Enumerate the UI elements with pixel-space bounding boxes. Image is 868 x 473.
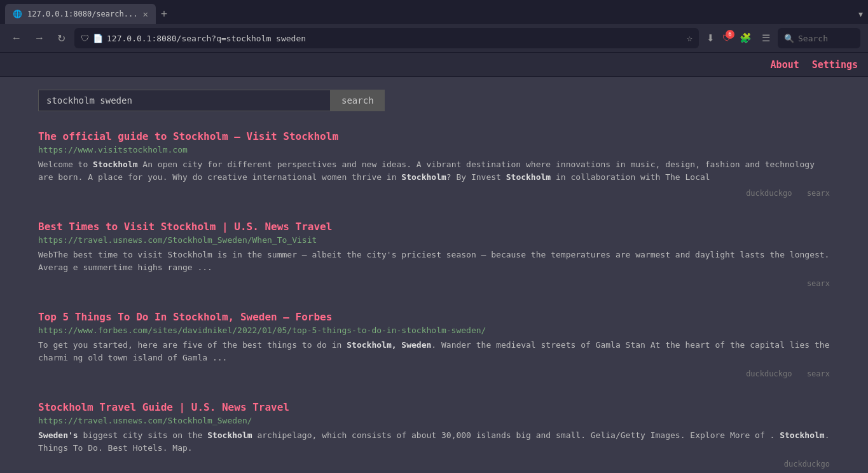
tab-title: 127.0.0.1:8080/search... <box>27 10 137 18</box>
tab-favicon: 🌐 <box>13 10 22 18</box>
result-snippet: Sweden's biggest city sits on the Stockh… <box>38 429 830 454</box>
result-sources: duckduckgo <box>38 459 830 469</box>
search-results: The official guide to Stockholm – Visit … <box>38 130 830 473</box>
search-form: search <box>38 90 830 111</box>
result-url: https://travel.usnews.com/Stockholm_Swed… <box>38 235 830 245</box>
tab-bar: 🌐 127.0.0.1:8080/search... ✕ + ▾ <box>0 0 868 24</box>
toolbar-right: ⬇ 🛡 6 🧩 ☰ 🔍 <box>704 28 860 48</box>
main-content: search The official guide to Stockholm –… <box>0 77 868 473</box>
result-snippet: Welcome to Stockholm An open city for di… <box>38 158 830 183</box>
ublock-count: 6 <box>726 30 734 39</box>
result-item: Top 5 Things To Do In Stockholm, Sweden … <box>38 311 830 378</box>
extensions-button[interactable]: 🧩 <box>737 30 754 46</box>
security-icon: 🛡 <box>81 34 89 43</box>
menu-button[interactable]: ☰ <box>759 30 773 46</box>
address-bar-container[interactable]: 🛡 📄 ☆ <box>74 28 699 48</box>
result-item: Best Times to Visit Stockholm | U.S. New… <box>38 221 830 288</box>
result-sources: duckduckgo searx <box>38 188 830 198</box>
bookmark-icon[interactable]: ☆ <box>687 32 692 44</box>
result-snippet: WebThe best time to visit Stockholm is i… <box>38 249 830 273</box>
browser-toolbar: ← → ↻ 🛡 📄 ☆ ⬇ 🛡 6 🧩 ☰ 🔍 <box>0 24 868 52</box>
search-input[interactable] <box>38 90 331 111</box>
source-link-duckduckgo[interactable]: duckduckgo <box>784 460 830 469</box>
reload-button[interactable]: ↻ <box>53 30 69 47</box>
source-link-duckduckgo[interactable]: duckduckgo <box>746 189 792 198</box>
result-sources: searx <box>38 278 830 288</box>
result-url: https://www.forbes.com/sites/davidnikel/… <box>38 326 830 335</box>
result-item: The official guide to Stockholm – Visit … <box>38 130 830 198</box>
result-title[interactable]: Stockholm Travel Guide | U.S. News Trave… <box>38 401 830 413</box>
about-link[interactable]: About <box>771 59 799 71</box>
result-sources: duckduckgo searx <box>38 369 830 378</box>
toolbar-search-box[interactable]: 🔍 <box>778 28 860 48</box>
settings-link[interactable]: Settings <box>812 59 858 71</box>
result-snippet: To get you started, here are five of the… <box>38 339 830 364</box>
source-link-searx[interactable]: searx <box>807 279 830 288</box>
result-title[interactable]: The official guide to Stockholm – Visit … <box>38 130 830 142</box>
download-button[interactable]: ⬇ <box>704 30 717 46</box>
browser-chrome: 🌐 127.0.0.1:8080/search... ✕ + ▾ ← → ↻ 🛡… <box>0 0 868 53</box>
forward-button[interactable]: → <box>31 30 48 46</box>
ublock-badge[interactable]: 🛡 6 <box>722 32 732 44</box>
back-button[interactable]: ← <box>8 30 25 46</box>
result-url: https://www.visitstockholm.com <box>38 145 830 154</box>
new-tab-button[interactable]: + <box>156 8 173 21</box>
search-button[interactable]: search <box>331 90 385 111</box>
app-nav: About Settings <box>0 53 868 77</box>
source-link-duckduckgo[interactable]: duckduckgo <box>746 369 792 378</box>
result-url: https://travel.usnews.com/Stockholm_Swed… <box>38 416 830 425</box>
active-tab[interactable]: 🌐 127.0.0.1:8080/search... ✕ <box>5 4 156 24</box>
page-icon: 📄 <box>93 34 103 43</box>
tab-close-button[interactable]: ✕ <box>142 9 148 19</box>
tab-list-button[interactable]: ▾ <box>858 9 863 19</box>
source-link-searx[interactable]: searx <box>807 189 830 198</box>
toolbar-search-input[interactable] <box>798 34 849 43</box>
result-title[interactable]: Top 5 Things To Do In Stockholm, Sweden … <box>38 311 830 323</box>
result-item: Stockholm Travel Guide | U.S. News Trave… <box>38 401 830 469</box>
source-link-searx[interactable]: searx <box>807 369 830 378</box>
toolbar-search-icon: 🔍 <box>784 34 794 43</box>
result-title[interactable]: Best Times to Visit Stockholm | U.S. New… <box>38 221 830 233</box>
address-bar[interactable] <box>107 34 683 43</box>
